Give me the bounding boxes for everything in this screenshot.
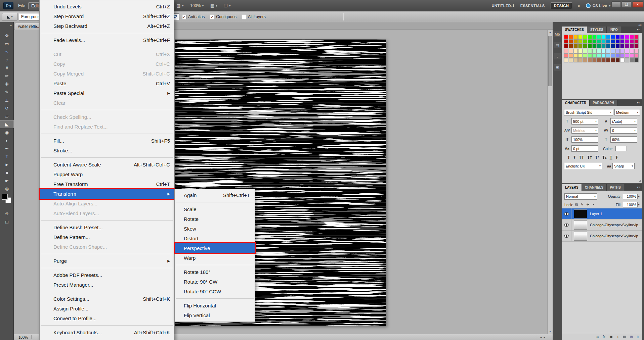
checkbox-all-layers[interactable]: All Layers	[242, 14, 266, 19]
color-swatch[interactable]	[601, 49, 606, 53]
screen-mode-button[interactable]: ▢	[3, 219, 11, 225]
masks-icon[interactable]: ▣	[554, 64, 561, 70]
anti-alias-select[interactable]: Sharp	[612, 163, 635, 169]
color-swatch[interactable]	[606, 49, 610, 53]
color-swatch[interactable]	[592, 49, 597, 53]
color-swatch[interactable]	[634, 58, 639, 62]
menu-item-again[interactable]: AgainShift+Ctrl+T	[175, 190, 255, 200]
color-swatch[interactable]	[601, 58, 606, 62]
menu-item-assign-profile[interactable]: Assign Profile...	[40, 304, 174, 313]
color-swatch[interactable]	[634, 53, 639, 58]
color-swatch[interactable]	[592, 35, 597, 39]
menu-item-flip-vertical[interactable]: Flip Vertical	[175, 310, 255, 320]
font-size-field[interactable]: 500 pt	[571, 118, 598, 125]
tab-layers[interactable]: LAYERS	[562, 184, 582, 191]
delete-layer-icon[interactable]: ▯	[637, 335, 639, 339]
color-swatch[interactable]	[592, 53, 597, 58]
color-swatch[interactable]	[564, 53, 568, 58]
text-style-button[interactable]: Ŧ	[615, 155, 618, 160]
checkbox-contiguous[interactable]: ✓Contiguous	[210, 14, 237, 19]
quick-mask-button[interactable]: ◎	[3, 210, 11, 216]
horizontal-scale-field[interactable]: 90%	[610, 136, 637, 143]
lock-button[interactable]: ✎	[579, 203, 585, 206]
blend-mode-select[interactable]: Normal	[564, 193, 597, 200]
brush-tool[interactable]: ✎	[0, 88, 14, 96]
text-style-button[interactable]: T	[610, 155, 612, 160]
scrollbar-thumb[interactable]	[548, 36, 552, 86]
color-swatch[interactable]	[592, 39, 597, 44]
language-select[interactable]: English: UK	[564, 163, 602, 169]
tab-styles[interactable]: STYLES	[587, 27, 607, 33]
color-swatch[interactable]	[569, 53, 573, 58]
path-selection-tool[interactable]: ►	[0, 160, 14, 168]
menu-item-free-transform[interactable]: Free TransformCtrl+T	[40, 179, 174, 189]
zoom-level-button[interactable]: 100%▾	[190, 3, 204, 8]
color-swatch[interactable]	[611, 49, 615, 53]
blur-tool[interactable]: ◉	[0, 128, 14, 136]
text-color-swatch[interactable]	[615, 146, 627, 151]
color-swatch[interactable]	[573, 53, 578, 58]
close-button[interactable]: ✕	[632, 1, 643, 8]
menu-item-fill[interactable]: Fill...Shift+F5	[40, 136, 174, 146]
color-swatch[interactable]	[634, 49, 639, 53]
lock-button[interactable]: ▪	[591, 203, 596, 206]
view-extras-button[interactable]: ▥▾	[177, 3, 183, 8]
horizontal-scroll-arrows[interactable]: ◂ ▸	[540, 336, 545, 339]
panel-menu-icon[interactable]: ▾≡	[637, 184, 642, 191]
color-swatch[interactable]	[630, 35, 634, 39]
color-swatch[interactable]	[583, 49, 587, 53]
menu-item-stroke[interactable]: Stroke...	[40, 146, 174, 155]
eye-icon[interactable]	[564, 235, 569, 238]
color-swatch[interactable]	[625, 39, 629, 44]
menu-item-puppet-warp[interactable]: Puppet Warp	[40, 169, 174, 179]
cs-live-button[interactable]: CS Live ▾	[586, 3, 610, 8]
color-swatch[interactable]	[625, 49, 629, 53]
color-swatch[interactable]	[564, 44, 568, 48]
opacity-slider-icon[interactable]: ▸	[638, 195, 640, 198]
tab-channels[interactable]: CHANNELS	[582, 184, 607, 191]
color-swatch[interactable]	[620, 58, 625, 62]
color-swatch[interactable]	[615, 39, 620, 44]
tab-swatches[interactable]: SWATCHES	[562, 27, 587, 33]
color-swatch[interactable]	[615, 49, 620, 53]
color-swatch[interactable]	[634, 35, 639, 39]
restore-button[interactable]: ❐	[622, 1, 631, 8]
menu-item-rotate-90-cw[interactable]: Rotate 90° CW	[175, 277, 255, 287]
layer-thumbnail[interactable]	[574, 221, 587, 230]
move-tool[interactable]: ✥	[0, 32, 14, 40]
layer-mask-icon[interactable]: ▣	[609, 335, 612, 339]
checkbox-box[interactable]: ✓	[210, 15, 214, 19]
paint-bucket-tool[interactable]: ◣	[0, 120, 14, 128]
color-swatch[interactable]	[630, 58, 634, 62]
color-swatch[interactable]	[606, 39, 610, 44]
kerning-field[interactable]: Metrics	[571, 127, 598, 134]
color-swatch[interactable]	[564, 35, 568, 39]
adjustments-icon[interactable]: ◒	[554, 53, 561, 59]
color-swatch[interactable]	[578, 39, 583, 44]
text-style-button[interactable]: TT	[579, 155, 584, 160]
color-swatch[interactable]	[625, 58, 629, 62]
color-swatch[interactable]	[611, 58, 615, 62]
color-swatch[interactable]	[625, 53, 629, 58]
workspace-essentials-button[interactable]: ESSENTIALS	[520, 4, 545, 8]
menu-item-define-brush-preset[interactable]: Define Brush Preset...	[40, 223, 174, 232]
menu-item-transform[interactable]: Transform▶	[40, 189, 174, 199]
menu-item-color-settings[interactable]: Color Settings...Shift+Ctrl+K	[40, 294, 174, 304]
color-swatch[interactable]	[569, 35, 573, 39]
crop-tool[interactable]: #	[0, 64, 14, 72]
color-swatch[interactable]	[583, 44, 587, 48]
color-swatch[interactable]	[583, 53, 587, 58]
color-swatch[interactable]	[630, 49, 634, 53]
color-swatch[interactable]	[569, 49, 573, 53]
clone-stamp-tool[interactable]: ⊥	[0, 96, 14, 104]
color-swatch[interactable]	[634, 44, 639, 48]
color-swatch[interactable]	[569, 39, 573, 44]
zoom-level-field[interactable]: 100%	[18, 335, 28, 339]
color-swatch[interactable]	[564, 39, 568, 44]
eyedropper-tool[interactable]: ✑	[0, 72, 14, 80]
visibility-cell[interactable]	[562, 208, 571, 219]
menu-item-preset-manager[interactable]: Preset Manager...	[40, 280, 174, 290]
vertical-scale-field[interactable]: 100%	[571, 136, 598, 143]
color-swatch[interactable]	[573, 49, 578, 53]
color-swatch[interactable]	[611, 39, 615, 44]
